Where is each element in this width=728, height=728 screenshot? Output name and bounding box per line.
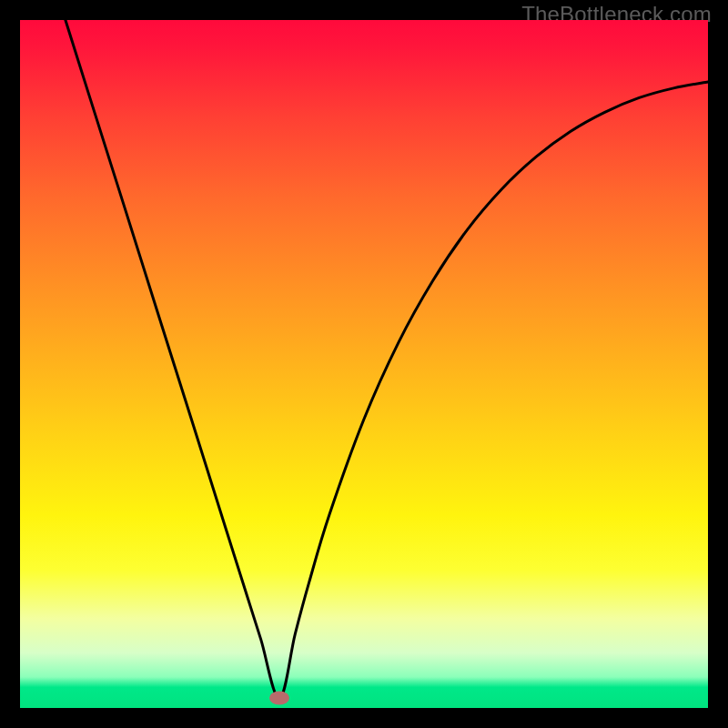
bottleneck-curve-path	[66, 20, 708, 698]
curve-svg	[20, 20, 708, 708]
chart-frame: TheBottleneck.com	[0, 0, 728, 728]
plot-area	[20, 20, 708, 708]
optimum-marker	[269, 692, 289, 705]
